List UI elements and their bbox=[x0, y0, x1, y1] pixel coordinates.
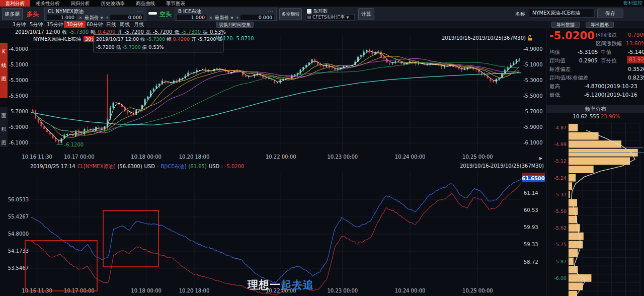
svg-text:60.53: 60.53 bbox=[524, 207, 538, 213]
leg-a-price-mode-select[interactable]: 最新价 ▼ bbox=[85, 15, 103, 21]
leg-b-more-button[interactable]: ... bbox=[267, 8, 274, 13]
usd-colon-label: USD : bbox=[209, 164, 223, 169]
dist-mean-value: 0.2905 bbox=[579, 57, 598, 63]
svg-text:-5.12: -5.12 bbox=[554, 158, 567, 164]
unlock-icon[interactable] bbox=[527, 35, 533, 41]
svg-text:10.25 00:00: 10.25 00:00 bbox=[462, 154, 493, 160]
mean-label: 均值 bbox=[549, 49, 560, 56]
svg-text:-6.1000: -6.1000 bbox=[523, 140, 543, 145]
tab-kline-chart[interactable]: K线图 bbox=[0, 43, 8, 98]
leg-b-offset-input[interactable]: 0.000 bbox=[240, 15, 274, 20]
minus-icon bbox=[148, 12, 157, 15]
svg-text:59.33: 59.33 bbox=[524, 242, 538, 247]
svg-text:-6.1200: -6.1200 bbox=[64, 142, 84, 147]
stdev-value: 0.3526 bbox=[628, 66, 644, 72]
svg-text:-5.62: -5.62 bbox=[554, 225, 567, 231]
svg-text:-5.1000: -5.1000 bbox=[523, 62, 543, 67]
watermark: 理想一起去追 bbox=[248, 278, 314, 292]
frequency-histogram[interactable]: -4.87-4.99-5.12-5.24-5.37-5.50-5.62-5.75… bbox=[546, 122, 644, 296]
svg-text:10.17 00:00: 10.17 00:00 bbox=[64, 154, 95, 160]
tooltip-range-label: 幅 bbox=[167, 36, 172, 42]
tf-1min[interactable]: 1分钟 bbox=[10, 21, 28, 28]
spread-kline-chart[interactable]: 10.16 11:3010.17 00:0010.18 00:0010.20 1… bbox=[8, 28, 546, 162]
log-checkbox[interactable] bbox=[307, 9, 311, 14]
name-input[interactable]: NYMEX原油-ICE布油 bbox=[529, 9, 595, 18]
add-leg-button[interactable]: 建多腿 bbox=[2, 8, 23, 20]
spread-value: -5.0200 bbox=[225, 164, 245, 169]
tab-correlation-analysis[interactable]: 相关性分析 bbox=[30, 0, 65, 7]
mean-value: -5.3105 bbox=[578, 49, 598, 55]
overlay-time: 2019/10/25 17:14 bbox=[30, 164, 75, 169]
tooltip-low-label: 低 bbox=[116, 44, 121, 50]
svg-text:56.0533: 56.0533 bbox=[8, 197, 29, 202]
flip-long-short-button[interactable]: 多空翻转 bbox=[279, 8, 302, 20]
leg-a-instrument[interactable]: CL NYMEX原油 bbox=[48, 8, 84, 15]
tooltip-low-value: -5.7300 bbox=[122, 44, 141, 50]
tab-regression-analysis[interactable]: 回归分析 bbox=[65, 0, 96, 7]
svg-text:-4.99: -4.99 bbox=[554, 141, 567, 147]
svg-text:10.20 18:00: 10.20 18:00 bbox=[179, 154, 210, 160]
chevron-down-icon: ▼ bbox=[346, 16, 349, 20]
multiply-sign: × bbox=[78, 15, 83, 20]
dist-stdev-value: 0.8239 bbox=[628, 75, 644, 81]
tf-15min[interactable]: 15分钟 bbox=[44, 21, 66, 28]
tab-arbitrage-analysis[interactable]: 套利分析 bbox=[0, 0, 30, 7]
dist-stdev-label: 距均值/标准偏差 bbox=[549, 75, 588, 82]
svg-text:-5.37: -5.37 bbox=[554, 192, 567, 197]
cl-series-name: CL[NYMEX原油] bbox=[77, 164, 116, 169]
tab-historical-volatility[interactable]: 历史波动率 bbox=[96, 0, 131, 7]
leg-a-offset-input[interactable]: 0.000 bbox=[110, 15, 143, 20]
b-series-name: B[ICE布油] bbox=[161, 164, 187, 169]
fx-checkbox[interactable] bbox=[307, 16, 311, 19]
cl-series-price: (56.6300) bbox=[117, 164, 142, 169]
svg-text:-5.9000: -5.9000 bbox=[9, 124, 28, 130]
fx-rate-select[interactable]: CFETS实时汇率▼ bbox=[305, 14, 355, 21]
svg-text:10.18 00:00: 10.18 00:00 bbox=[131, 154, 162, 160]
export-chart-button[interactable]: 导出图形 bbox=[586, 22, 614, 28]
calculate-button[interactable]: 计算 bbox=[358, 8, 374, 20]
ohlc-datetime: 2019/10/17 12:00 bbox=[15, 29, 60, 35]
multiply-sign: × bbox=[209, 15, 213, 20]
tf-60min[interactable]: 60分钟 bbox=[84, 21, 106, 28]
overlay-canvas[interactable]: 10.16 11:3010.17 00:0010.18 00:0010.20 1… bbox=[0, 162, 546, 296]
overlay-line-chart[interactable]: 10.16 11:3010.17 00:0010.18 00:0010.20 1… bbox=[0, 162, 546, 296]
switch-time-intersection-button[interactable]: 切换到时间交集 bbox=[216, 22, 254, 28]
svg-text:-4.87: -4.87 bbox=[554, 125, 567, 130]
scroll-right-arrow[interactable]: ▶ bbox=[539, 156, 542, 161]
kline-canvas[interactable]: 10.16 11:3010.17 00:0010.18 00:0010.20 1… bbox=[8, 28, 546, 162]
short-side-label: 空头 bbox=[159, 10, 172, 19]
name-label: 名称 bbox=[515, 11, 525, 18]
svg-text:-4.9000: -4.9000 bbox=[523, 46, 543, 52]
tf-weekly[interactable]: 周线 bbox=[117, 21, 132, 28]
leg-b-instrument[interactable]: B ICE布油 bbox=[178, 8, 201, 15]
hist-stat-3: 23.96% bbox=[601, 114, 620, 119]
tf-monthly[interactable]: 月线 bbox=[131, 21, 146, 28]
tf-5min[interactable]: 5分钟 bbox=[27, 21, 45, 28]
long-side-label: 多头 bbox=[27, 10, 39, 19]
svg-text:-5.50: -5.50 bbox=[554, 208, 567, 214]
percentile-label: 百分位 bbox=[601, 57, 617, 64]
tf-30min[interactable]: 30分钟 bbox=[64, 21, 86, 28]
tooltip-datetime: 2019/10/17 12:00 bbox=[96, 36, 139, 42]
high-value: -4.8700(2019-10-23 bbox=[584, 83, 637, 89]
leg-b-price-mode-select[interactable]: 最新价 ▼ bbox=[215, 15, 233, 21]
watermark-blue: 起去追 bbox=[281, 279, 314, 291]
leg-b-qty-input[interactable]: 1.000 bbox=[177, 15, 206, 20]
leg-a-price-mode-value: 最新价 bbox=[85, 15, 99, 20]
arbitrage-monitor-link[interactable]: 套利监控 bbox=[623, 0, 644, 7]
tooltip-range-value: 0.4200 bbox=[173, 36, 190, 42]
tab-seasonal-chart[interactable]: 季节图表 bbox=[160, 0, 191, 7]
tf-daily[interactable]: 日线 bbox=[104, 21, 119, 28]
svg-text:10.18 00:00: 10.18 00:00 bbox=[131, 288, 162, 293]
tooltip-close-value: -5.7300 bbox=[147, 36, 166, 42]
last-price-badge: 61.6500 bbox=[522, 175, 545, 182]
svg-text:59.93: 59.93 bbox=[524, 225, 538, 230]
leg-a-qty-input[interactable]: 1.000 bbox=[47, 15, 76, 20]
svg-text:10.25 00:00: 10.25 00:00 bbox=[462, 288, 493, 293]
save-button[interactable]: 保存 bbox=[597, 9, 623, 18]
frequency-distribution-title: 频率分布 bbox=[546, 105, 644, 113]
export-data-button[interactable]: 导出数据 bbox=[551, 22, 580, 28]
tab-area-chart[interactable]: 面积图 bbox=[0, 107, 8, 147]
tab-commodity-curve[interactable]: 商品曲线 bbox=[130, 0, 160, 7]
leg-a-more-button[interactable]: ... bbox=[137, 8, 143, 13]
